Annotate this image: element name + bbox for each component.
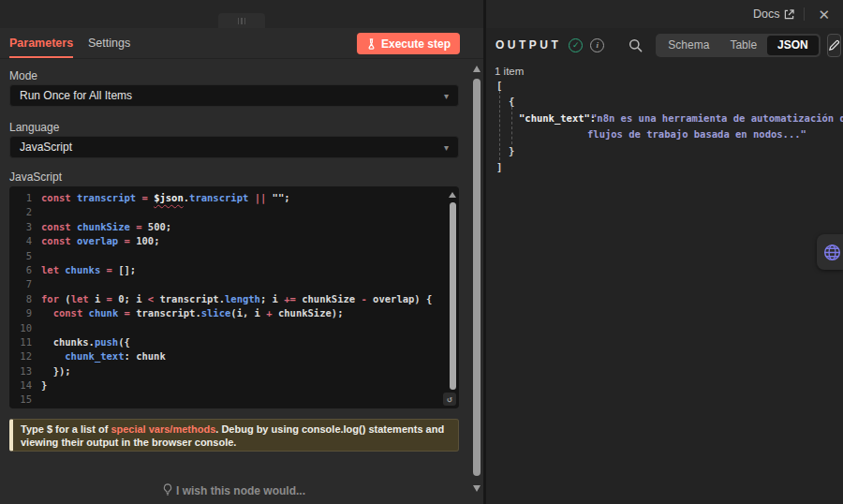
edit-output-button[interactable] bbox=[827, 34, 841, 57]
scroll-down-arrow[interactable] bbox=[473, 485, 481, 492]
panel-tabs: Parameters Settings Execute step bbox=[0, 28, 484, 59]
code-line[interactable]: 2 bbox=[9, 205, 446, 219]
tree-guide-line bbox=[499, 91, 500, 160]
output-view-switcher: Schema Table JSON bbox=[656, 34, 820, 57]
parameters-panel: Parameters Settings Execute step Mode Ru… bbox=[0, 28, 484, 504]
execute-step-label: Execute step bbox=[381, 37, 451, 51]
editor-scroll-up-arrow[interactable] bbox=[449, 192, 456, 198]
line-number: 12 bbox=[9, 349, 41, 363]
tab-json[interactable]: JSON bbox=[767, 36, 819, 55]
line-number: 5 bbox=[9, 249, 41, 263]
code-line[interactable]: 5 bbox=[9, 249, 446, 263]
code-line[interactable]: 3const chunkSize = 500; bbox=[9, 220, 446, 234]
success-check-icon: ✓ bbox=[569, 38, 583, 52]
divider bbox=[804, 7, 805, 21]
history-icon[interactable]: ↺ bbox=[443, 393, 456, 406]
assistant-globe-button[interactable] bbox=[817, 234, 843, 270]
hint-text-prefix: Type $ for a list of bbox=[21, 423, 111, 435]
language-select[interactable]: JavaScript ▾ bbox=[9, 136, 459, 158]
line-number: 10 bbox=[9, 321, 41, 335]
pencil-icon bbox=[828, 39, 840, 52]
output-title: OUTPUT bbox=[495, 38, 561, 52]
line-number: 1 bbox=[9, 191, 41, 205]
json-open-brace[interactable]: { bbox=[509, 95, 514, 108]
mode-label: Mode bbox=[9, 69, 37, 82]
code-line[interactable]: 9 const chunk = transcript.slice(i, i + … bbox=[9, 306, 446, 320]
code-field-label: JavaScript bbox=[9, 170, 62, 184]
panel-scrollbar[interactable] bbox=[473, 79, 481, 476]
globe-icon bbox=[823, 244, 841, 261]
info-icon[interactable]: i bbox=[590, 38, 604, 52]
code-line[interactable]: 14} bbox=[9, 378, 446, 393]
json-close-bracket[interactable]: ] bbox=[496, 160, 502, 173]
node-feedback-link[interactable]: I wish this node would... bbox=[0, 482, 468, 497]
line-number: 9 bbox=[9, 306, 41, 320]
line-number: 14 bbox=[9, 378, 41, 393]
line-number: 4 bbox=[9, 234, 41, 248]
code-line[interactable]: 11 chunks.push({ bbox=[9, 335, 446, 349]
n8n-node-detail-view: Docs ✕ Parameters Settings Execute step … bbox=[0, 0, 843, 504]
docs-label: Docs bbox=[753, 7, 779, 21]
top-bar: Docs ✕ bbox=[0, 0, 843, 28]
special-vars-link[interactable]: special vars/methods bbox=[111, 423, 215, 435]
flask-icon bbox=[366, 38, 377, 50]
output-header: OUTPUT ✓ i Schema Table JSON bbox=[486, 32, 843, 58]
json-key[interactable]: "chunk_text": bbox=[519, 111, 596, 125]
mode-value: Run Once for All Items bbox=[20, 89, 132, 102]
execute-step-button[interactable]: Execute step bbox=[357, 33, 460, 54]
line-number: 6 bbox=[9, 263, 41, 277]
output-items-count: 1 item bbox=[495, 66, 524, 77]
docs-link[interactable]: Docs bbox=[753, 7, 794, 21]
code-editor[interactable]: 1const transcript = $json.transcript || … bbox=[9, 186, 459, 408]
language-label: Language bbox=[9, 121, 59, 134]
code-line[interactable]: 8for (let i = 0; i < transcript.length; … bbox=[9, 292, 446, 306]
code-line[interactable]: 15 bbox=[9, 393, 446, 407]
line-number: 13 bbox=[9, 364, 41, 378]
language-value: JavaScript bbox=[20, 141, 72, 154]
lightbulb-icon bbox=[163, 483, 172, 498]
code-line[interactable]: 7 bbox=[9, 277, 446, 291]
output-panel: OUTPUT ✓ i Schema Table JSON 1 item [ { bbox=[486, 28, 843, 504]
tab-table[interactable]: Table bbox=[719, 36, 767, 55]
line-number: 7 bbox=[9, 277, 41, 291]
close-button[interactable]: ✕ bbox=[814, 6, 834, 23]
code-line[interactable]: 12 chunk_text: chunk bbox=[9, 349, 446, 363]
chevron-down-icon: ▾ bbox=[444, 91, 449, 101]
tab-settings[interactable]: Settings bbox=[88, 28, 130, 58]
code-line[interactable]: 10 bbox=[9, 321, 446, 335]
line-number: 11 bbox=[9, 335, 41, 349]
editor-hint-callout: Type $ for a list of special vars/method… bbox=[9, 419, 459, 452]
external-link-icon bbox=[784, 9, 794, 20]
editor-scrollbar[interactable] bbox=[450, 202, 456, 390]
line-number: 3 bbox=[9, 220, 41, 234]
json-close-brace[interactable]: } bbox=[509, 144, 514, 157]
code-line[interactable]: 1const transcript = $json.transcript || … bbox=[9, 191, 446, 205]
line-number: 15 bbox=[9, 393, 41, 407]
tab-parameters[interactable]: Parameters bbox=[9, 28, 73, 58]
chevron-down-icon: ▾ bbox=[444, 142, 449, 153]
tab-schema[interactable]: Schema bbox=[658, 36, 719, 55]
code-line[interactable]: 13 }); bbox=[9, 364, 446, 378]
line-number: 8 bbox=[9, 292, 41, 306]
node-feedback-label: I wish this node would... bbox=[176, 484, 305, 497]
scroll-up-arrow[interactable] bbox=[473, 66, 481, 72]
code-line[interactable]: 6let chunks = []; bbox=[9, 263, 446, 277]
json-open-bracket[interactable]: [ bbox=[496, 79, 502, 92]
mode-select[interactable]: Run Once for All Items ▾ bbox=[9, 84, 459, 107]
line-number: 2 bbox=[9, 205, 41, 219]
code-lines: 1const transcript = $json.transcript || … bbox=[9, 191, 446, 408]
panel-drag-handle[interactable] bbox=[218, 13, 265, 28]
tree-guide-line bbox=[511, 107, 512, 144]
code-line[interactable]: 4const overlap = 100; bbox=[9, 234, 446, 248]
search-icon[interactable] bbox=[629, 38, 643, 52]
json-value-line1[interactable]: "n8n es una herramienta de automatizació… bbox=[591, 111, 843, 125]
json-value-line2[interactable]: flujos de trabajo basada en nodos..." bbox=[587, 127, 806, 141]
